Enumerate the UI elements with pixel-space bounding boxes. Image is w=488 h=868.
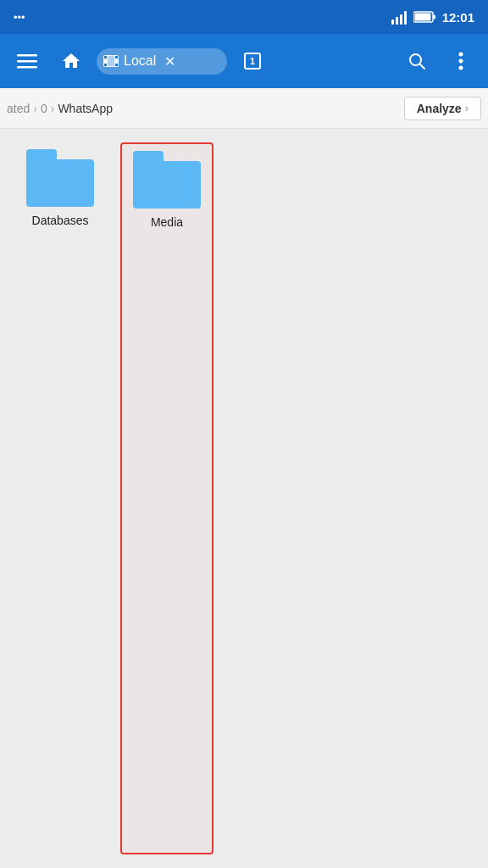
status-bar: ••• 12:01 <box>0 0 488 34</box>
svg-rect-10 <box>115 64 118 66</box>
svg-rect-4 <box>17 60 37 63</box>
menu-button[interactable] <box>8 42 46 80</box>
svg-point-18 <box>459 66 463 70</box>
svg-rect-9 <box>104 64 107 66</box>
svg-text:1: 1 <box>250 56 255 66</box>
svg-rect-5 <box>17 66 37 69</box>
svg-rect-2 <box>433 15 435 19</box>
analyze-label: Analyze <box>417 102 462 115</box>
svg-line-15 <box>420 64 425 70</box>
breadcrumb-ated[interactable]: ated <box>7 102 30 115</box>
chevron-icon-1: › <box>51 102 55 115</box>
folder-label-databases: Databases <box>32 214 89 227</box>
breadcrumb-whatsapp[interactable]: WhatsApp <box>58 102 113 115</box>
svg-rect-3 <box>17 54 37 57</box>
chevron-icon-0: › <box>33 102 37 115</box>
local-tab-label: Local <box>124 53 156 69</box>
close-tab-button[interactable]: ✕ <box>164 53 175 70</box>
battery-icon <box>413 11 435 23</box>
file-grid: Databases Media <box>0 129 488 868</box>
svg-rect-7 <box>104 56 107 58</box>
svg-rect-11 <box>108 56 114 66</box>
more-options-button[interactable] <box>442 42 480 80</box>
local-tab[interactable]: Local ✕ <box>97 48 227 75</box>
signal-icon <box>391 9 407 25</box>
local-tab-icon <box>103 55 119 67</box>
home-button[interactable] <box>53 42 90 80</box>
svg-rect-1 <box>414 14 430 21</box>
folder-databases[interactable]: Databases <box>14 142 107 854</box>
toolbar: Local ✕ 1 <box>0 34 488 88</box>
folder-media[interactable]: Media <box>120 142 214 854</box>
new-tab-button[interactable]: 1 <box>234 42 271 80</box>
analyze-button[interactable]: Analyze › <box>404 97 481 120</box>
search-button[interactable] <box>398 42 435 80</box>
folder-icon-databases <box>26 149 94 207</box>
analyze-chevron-icon: › <box>465 102 469 114</box>
folder-label-media: Media <box>151 215 183 229</box>
breadcrumb-bar: ated › 0 › WhatsApp Analyze › <box>0 88 488 129</box>
svg-point-16 <box>459 53 463 57</box>
svg-rect-8 <box>115 56 118 58</box>
folder-icon-media <box>133 151 201 209</box>
status-time: 12:01 <box>442 10 474 25</box>
dots-icon: ••• <box>14 11 25 24</box>
svg-point-17 <box>459 59 463 64</box>
breadcrumb-zero[interactable]: 0 <box>41 102 47 115</box>
